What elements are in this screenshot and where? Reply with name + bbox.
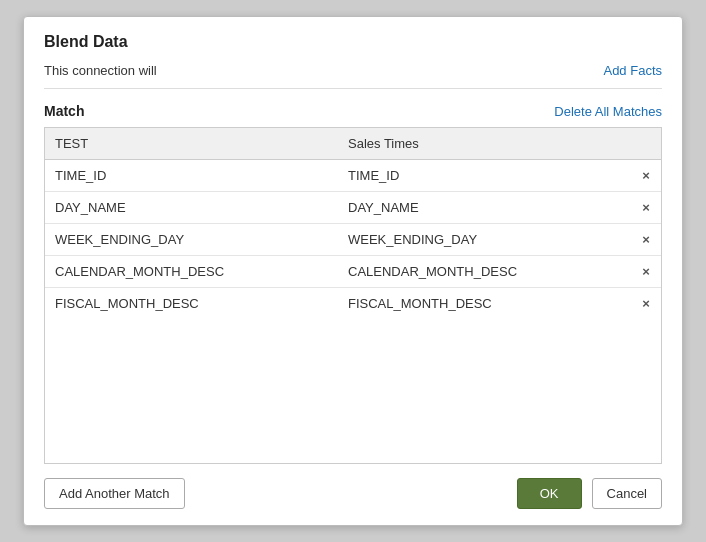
table-cell-col1: DAY_NAME — [45, 192, 338, 224]
blend-data-dialog: Blend Data This connection will Add Fact… — [23, 16, 683, 526]
table-cell-col2: DAY_NAME — [338, 192, 631, 224]
dialog-footer: Add Another Match OK Cancel — [44, 478, 662, 509]
table-row: DAY_NAMEDAY_NAME× — [45, 192, 661, 224]
delete-row-button[interactable]: × — [642, 296, 650, 311]
dialog-title: Blend Data — [44, 33, 662, 51]
delete-row-button[interactable]: × — [642, 264, 650, 279]
table-cell-delete: × — [631, 160, 661, 192]
delete-row-button[interactable]: × — [642, 200, 650, 215]
table-header-row: TEST Sales Times — [45, 128, 661, 160]
match-table: TEST Sales Times TIME_IDTIME_ID×DAY_NAME… — [45, 128, 661, 319]
table-cell-col1: CALENDAR_MONTH_DESC — [45, 256, 338, 288]
match-table-scroll[interactable]: TEST Sales Times TIME_IDTIME_ID×DAY_NAME… — [45, 128, 661, 463]
connection-row: This connection will Add Facts — [44, 63, 662, 89]
connection-label: This connection will — [44, 63, 157, 78]
cancel-button[interactable]: Cancel — [592, 478, 662, 509]
add-facts-link[interactable]: Add Facts — [603, 63, 662, 78]
delete-all-matches-link[interactable]: Delete All Matches — [554, 104, 662, 119]
delete-row-button[interactable]: × — [642, 232, 650, 247]
col-header-sales-times: Sales Times — [338, 128, 631, 160]
table-row: TIME_IDTIME_ID× — [45, 160, 661, 192]
table-row: WEEK_ENDING_DAYWEEK_ENDING_DAY× — [45, 224, 661, 256]
match-label: Match — [44, 103, 84, 119]
ok-button[interactable]: OK — [517, 478, 582, 509]
table-cell-delete: × — [631, 256, 661, 288]
table-cell-col1: TIME_ID — [45, 160, 338, 192]
table-row: FISCAL_MONTH_DESCFISCAL_MONTH_DESC× — [45, 288, 661, 320]
table-cell-col2: TIME_ID — [338, 160, 631, 192]
col-header-actions — [631, 128, 661, 160]
match-header-row: Match Delete All Matches — [44, 103, 662, 119]
table-cell-col2: WEEK_ENDING_DAY — [338, 224, 631, 256]
table-cell-col1: FISCAL_MONTH_DESC — [45, 288, 338, 320]
delete-row-button[interactable]: × — [642, 168, 650, 183]
footer-right-buttons: OK Cancel — [517, 478, 662, 509]
table-cell-delete: × — [631, 288, 661, 320]
col-header-test: TEST — [45, 128, 338, 160]
table-cell-delete: × — [631, 224, 661, 256]
table-cell-col2: FISCAL_MONTH_DESC — [338, 288, 631, 320]
match-table-wrapper: TEST Sales Times TIME_IDTIME_ID×DAY_NAME… — [44, 127, 662, 464]
table-cell-delete: × — [631, 192, 661, 224]
table-row: CALENDAR_MONTH_DESCCALENDAR_MONTH_DESC× — [45, 256, 661, 288]
table-cell-col2: CALENDAR_MONTH_DESC — [338, 256, 631, 288]
table-cell-col1: WEEK_ENDING_DAY — [45, 224, 338, 256]
add-another-match-button[interactable]: Add Another Match — [44, 478, 185, 509]
